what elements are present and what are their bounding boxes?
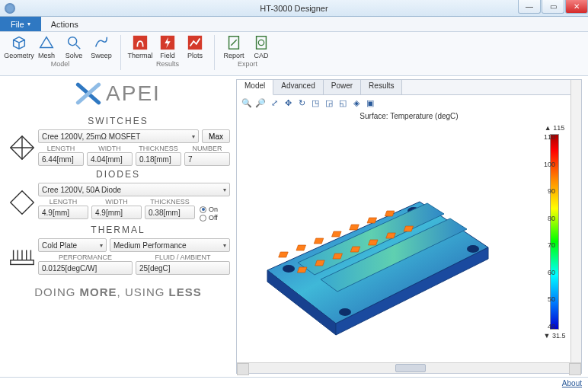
window-titlebar: HT-3000 Designer — ▭ ✕	[0, 0, 588, 17]
dropdown-value: Cree 1200V, 50A Diode	[42, 186, 121, 194]
window-maximize-button[interactable]: ▭	[542, 0, 564, 14]
diodes-on-radio[interactable]: On	[200, 206, 230, 213]
svg-rect-20	[314, 238, 324, 244]
svg-rect-26	[315, 260, 325, 266]
brand-mark-icon	[75, 81, 101, 107]
tab-results[interactable]: Results	[361, 80, 402, 94]
brand-name: APEI	[106, 81, 161, 106]
chart-icon	[187, 34, 203, 51]
geometry-button[interactable]: Geometry	[6, 33, 32, 59]
switches-number-input[interactable]: 7	[184, 152, 230, 166]
view-xz-icon[interactable]: ◱	[337, 97, 348, 108]
thermal-model	[244, 133, 496, 339]
diodes-thickness-input[interactable]: 0.38[mm]	[145, 206, 195, 219]
plots-button[interactable]: Plots	[182, 33, 208, 59]
thermal-ambient-input[interactable]: 25[degC]	[136, 261, 230, 275]
svg-rect-18	[279, 252, 289, 257]
chevron-down-icon: ▾	[192, 133, 195, 140]
ribbon-group-label: Model	[51, 60, 70, 68]
heatsink-icon	[6, 238, 38, 275]
viewer-frame: Model Advanced Power Results 🔍 🔎 ⤢ ✥ ↻ ◳…	[236, 79, 582, 374]
solve-button[interactable]: Solve	[61, 33, 87, 59]
svg-rect-27	[333, 253, 343, 259]
sweep-button[interactable]: Sweep	[88, 33, 114, 59]
switches-device-select[interactable]: Cree 1200V, 25mΩ MOSFET ▾	[38, 129, 199, 143]
ribbon-btn-label: CAD	[254, 52, 268, 59]
snapshot-icon[interactable]: ▣	[365, 97, 375, 108]
thermal-button[interactable]: Thermal	[127, 33, 153, 59]
svg-rect-2	[133, 36, 147, 49]
view-xy-icon[interactable]: ◳	[310, 97, 321, 108]
switches-icon	[6, 129, 38, 166]
diodes-icon	[6, 183, 38, 222]
ribbon-btn-label: Sweep	[91, 52, 112, 59]
tab-power[interactable]: Power	[324, 80, 361, 94]
view-yz-icon[interactable]: ◲	[324, 97, 334, 108]
thermal-perf-select[interactable]: Medium Performance ▾	[110, 238, 230, 252]
svg-rect-31	[404, 226, 414, 231]
horizontal-scrollbar[interactable]	[237, 362, 581, 373]
svg-rect-19	[296, 245, 306, 250]
svg-point-17	[339, 308, 351, 316]
tab-model[interactable]: Model	[237, 80, 273, 95]
file-menu-label: File	[11, 20, 24, 29]
cad-button[interactable]: CAD	[248, 33, 274, 59]
zoom-extents-icon[interactable]: ⤢	[269, 97, 280, 108]
switches-length-input[interactable]: 6.44[mm]	[38, 152, 84, 166]
ribbon-btn-label: Plots	[187, 52, 203, 59]
file-menu[interactable]: File ▾	[0, 17, 41, 31]
cube-icon	[11, 34, 27, 51]
diodes-device-select[interactable]: Cree 1200V, 50A Diode ▾	[38, 183, 230, 196]
thermal-sink-select[interactable]: Cold Plate ▾	[38, 238, 107, 252]
dropdown-value: Cold Plate	[42, 241, 77, 250]
ribbon-btn-label: Report	[223, 52, 244, 59]
ribbon-group-model: Geometry Mesh Solve Sweep Model	[3, 33, 117, 76]
rotate-icon[interactable]: ↻	[296, 97, 307, 108]
ribbon-group-label: Results	[156, 60, 179, 68]
ribbon: Geometry Mesh Solve Sweep Model	[0, 32, 588, 76]
viewer-toolbar: 🔍 🔎 ⤢ ✥ ↻ ◳ ◲ ◱ ◈ ▣	[237, 95, 581, 110]
pan-icon[interactable]: ✥	[283, 97, 293, 108]
zoom-out-icon[interactable]: 🔎	[255, 97, 266, 108]
report-button[interactable]: Report	[221, 33, 247, 59]
svg-point-7	[258, 40, 264, 45]
thermal-title: THERMAL	[6, 225, 230, 235]
zoom-in-icon[interactable]: 🔍	[241, 97, 252, 108]
svg-rect-25	[297, 267, 307, 273]
window-minimize-button[interactable]: —	[518, 0, 541, 14]
diodes-off-radio[interactable]: Off	[200, 214, 230, 222]
thermal-performance-input[interactable]: 0.0125[degC/W]	[38, 261, 133, 275]
ribbon-separator	[214, 35, 215, 70]
col-hdr: LENGTH	[38, 198, 88, 206]
view-iso-icon[interactable]: ◈	[351, 97, 362, 108]
switches-thickness-input[interactable]: 0.18[mm]	[136, 152, 181, 166]
thermal-icon	[132, 34, 149, 51]
magnifier-icon	[66, 34, 82, 51]
viewer-canvas[interactable]: Surface: Temperature (degC)	[237, 110, 581, 362]
scrollbar-thumb[interactable]	[395, 364, 426, 372]
triangle-icon	[38, 34, 55, 51]
dropdown-value: Medium Performance	[113, 241, 187, 250]
about-link[interactable]: About	[562, 379, 582, 387]
menubar: File ▾ Actions	[0, 17, 588, 32]
dropdown-value: Cree 1200V, 25mΩ MOSFET	[42, 132, 140, 141]
ribbon-group-export: Report CAD Export	[218, 33, 277, 76]
svg-point-0	[69, 37, 77, 46]
vertical-scrollbar[interactable]	[570, 80, 581, 362]
ribbon-group-results: Thermal Field Plots Results	[124, 33, 211, 76]
switches-title: SWITCHES	[6, 116, 230, 126]
tab-advanced[interactable]: Advanced	[273, 80, 323, 94]
statusbar: About	[0, 377, 588, 389]
ribbon-btn-label: Thermal	[127, 52, 152, 59]
window-close-button[interactable]: ✕	[565, 0, 588, 14]
svg-rect-8	[11, 260, 34, 265]
mesh-button[interactable]: Mesh	[34, 33, 59, 59]
field-button[interactable]: Field	[155, 33, 181, 59]
diodes-width-input[interactable]: 4.9[mm]	[91, 206, 142, 219]
surface-label: Surface: Temperature (degC)	[360, 112, 458, 120]
switches-width-input[interactable]: 4.04[mm]	[87, 152, 133, 166]
switches-max-button[interactable]: Max	[202, 129, 230, 143]
viewer-tabs: Model Advanced Power Results	[237, 80, 581, 95]
actions-tab[interactable]: Actions	[41, 17, 88, 31]
diodes-length-input[interactable]: 4.9[mm]	[38, 206, 88, 219]
